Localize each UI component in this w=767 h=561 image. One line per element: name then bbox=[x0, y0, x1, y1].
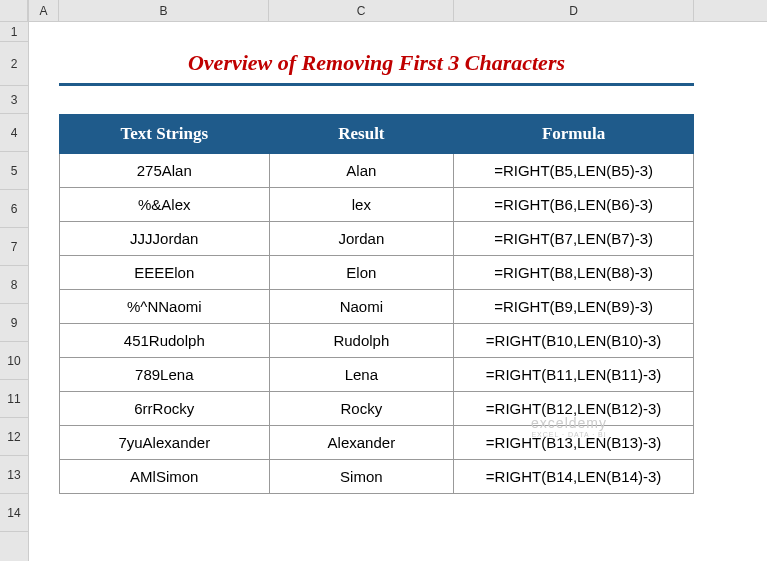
cell-formula[interactable]: =RIGHT(B6,LEN(B6)-3) bbox=[454, 188, 694, 222]
header-formula[interactable]: Formula bbox=[454, 115, 694, 154]
row-header-6[interactable]: 6 bbox=[0, 190, 28, 228]
cell-text[interactable]: JJJJordan bbox=[60, 222, 270, 256]
cells-area[interactable]: Overview of Removing First 3 Characters … bbox=[29, 22, 767, 494]
row-header-7[interactable]: 7 bbox=[0, 228, 28, 266]
select-all-corner[interactable] bbox=[0, 0, 28, 22]
cell-result[interactable]: Rocky bbox=[269, 392, 454, 426]
table-row: JJJJordan Jordan =RIGHT(B7,LEN(B7)-3) bbox=[60, 222, 694, 256]
header-text-strings[interactable]: Text Strings bbox=[60, 115, 270, 154]
table-row: AMlSimon Simon =RIGHT(B14,LEN(B14)-3) bbox=[60, 460, 694, 494]
col-header-d[interactable]: D bbox=[454, 0, 694, 21]
cell-formula[interactable]: =RIGHT(B7,LEN(B7)-3) bbox=[454, 222, 694, 256]
table-row: 6rrRocky Rocky =RIGHT(B12,LEN(B12)-3) bbox=[60, 392, 694, 426]
cell-text[interactable]: 6rrRocky bbox=[60, 392, 270, 426]
table-row: 451Rudolph Rudolph =RIGHT(B10,LEN(B10)-3… bbox=[60, 324, 694, 358]
cell-formula[interactable]: =RIGHT(B13,LEN(B13)-3) bbox=[454, 426, 694, 460]
cell-formula[interactable]: =RIGHT(B9,LEN(B9)-3) bbox=[454, 290, 694, 324]
cell-formula[interactable]: =RIGHT(B14,LEN(B14)-3) bbox=[454, 460, 694, 494]
row-header-12[interactable]: 12 bbox=[0, 418, 28, 456]
cell-result[interactable]: lex bbox=[269, 188, 454, 222]
table-row: 789Lena Lena =RIGHT(B11,LEN(B11)-3) bbox=[60, 358, 694, 392]
row-header-13[interactable]: 13 bbox=[0, 456, 28, 494]
row-header-3[interactable]: 3 bbox=[0, 86, 28, 114]
row-header-8[interactable]: 8 bbox=[0, 266, 28, 304]
cell-result[interactable]: Alan bbox=[269, 154, 454, 188]
table-row: EEEElon Elon =RIGHT(B8,LEN(B8)-3) bbox=[60, 256, 694, 290]
row-header-2[interactable]: 2 bbox=[0, 42, 28, 86]
cell-result[interactable]: Jordan bbox=[269, 222, 454, 256]
table-row: 275Alan Alan =RIGHT(B5,LEN(B5)-3) bbox=[60, 154, 694, 188]
cell-text[interactable]: 789Lena bbox=[60, 358, 270, 392]
col-header-a[interactable]: A bbox=[29, 0, 59, 21]
cell-result[interactable]: Simon bbox=[269, 460, 454, 494]
cell-text[interactable]: 7yuAlexander bbox=[60, 426, 270, 460]
cell-text[interactable]: %^NNaomi bbox=[60, 290, 270, 324]
column-headers-row: A B C D bbox=[29, 0, 767, 22]
table-header-row: Text Strings Result Formula bbox=[60, 115, 694, 154]
cell-formula[interactable]: =RIGHT(B10,LEN(B10)-3) bbox=[454, 324, 694, 358]
cell-result[interactable]: Naomi bbox=[269, 290, 454, 324]
cell-text[interactable]: 451Rudolph bbox=[60, 324, 270, 358]
row-header-9[interactable]: 9 bbox=[0, 304, 28, 342]
cell-result[interactable]: Rudolph bbox=[269, 324, 454, 358]
col-header-c[interactable]: C bbox=[269, 0, 454, 21]
header-result[interactable]: Result bbox=[269, 115, 454, 154]
cell-text[interactable]: %&Alex bbox=[60, 188, 270, 222]
col-header-b[interactable]: B bbox=[59, 0, 269, 21]
table-row: %^NNaomi Naomi =RIGHT(B9,LEN(B9)-3) bbox=[60, 290, 694, 324]
table-row: %&Alex lex =RIGHT(B6,LEN(B6)-3) bbox=[60, 188, 694, 222]
cell-result[interactable]: Lena bbox=[269, 358, 454, 392]
data-table: Text Strings Result Formula 275Alan Alan… bbox=[59, 114, 694, 494]
page-title[interactable]: Overview of Removing First 3 Characters bbox=[59, 42, 694, 86]
spreadsheet-grid: 1 2 3 4 5 6 7 8 9 10 11 12 13 14 A B C D… bbox=[0, 0, 767, 561]
row-header-4[interactable]: 4 bbox=[0, 114, 28, 152]
row-header-11[interactable]: 11 bbox=[0, 380, 28, 418]
row-headers-column: 1 2 3 4 5 6 7 8 9 10 11 12 13 14 bbox=[0, 0, 29, 561]
cell-result[interactable]: Elon bbox=[269, 256, 454, 290]
cell-text[interactable]: 275Alan bbox=[60, 154, 270, 188]
cell-result[interactable]: Alexander bbox=[269, 426, 454, 460]
cell-text[interactable]: EEEElon bbox=[60, 256, 270, 290]
table-row: 7yuAlexander Alexander =RIGHT(B13,LEN(B1… bbox=[60, 426, 694, 460]
row-header-10[interactable]: 10 bbox=[0, 342, 28, 380]
row-header-1[interactable]: 1 bbox=[0, 22, 28, 42]
cell-formula[interactable]: =RIGHT(B12,LEN(B12)-3) bbox=[454, 392, 694, 426]
main-grid-area: A B C D Overview of Removing First 3 Cha… bbox=[29, 0, 767, 561]
cell-formula[interactable]: =RIGHT(B11,LEN(B11)-3) bbox=[454, 358, 694, 392]
row-header-5[interactable]: 5 bbox=[0, 152, 28, 190]
cell-formula[interactable]: =RIGHT(B5,LEN(B5)-3) bbox=[454, 154, 694, 188]
cell-formula[interactable]: =RIGHT(B8,LEN(B8)-3) bbox=[454, 256, 694, 290]
row-header-14[interactable]: 14 bbox=[0, 494, 28, 532]
cell-text[interactable]: AMlSimon bbox=[60, 460, 270, 494]
